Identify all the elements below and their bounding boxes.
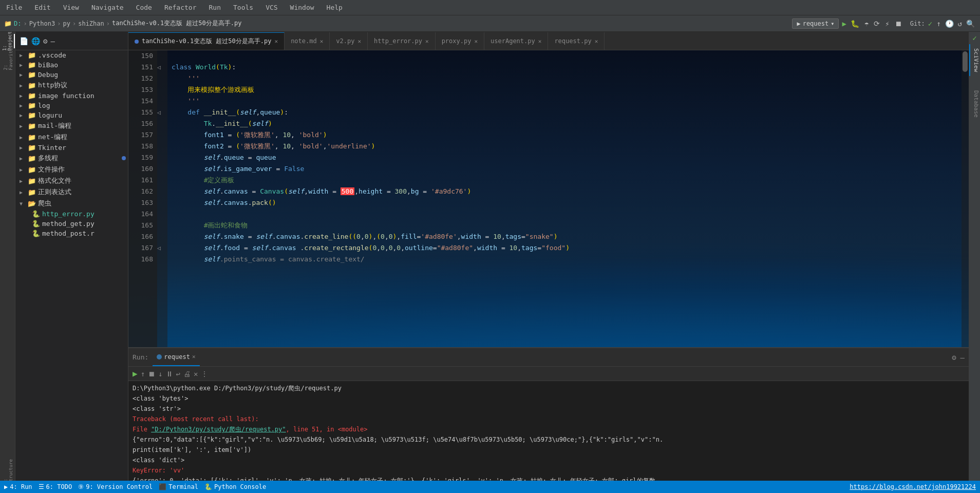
more-icon[interactable]: ⋮ xyxy=(201,370,208,378)
menu-view[interactable]: View xyxy=(61,3,81,12)
pause-icon[interactable]: ⏸ xyxy=(166,370,173,378)
new-folder-icon[interactable]: 🌐 xyxy=(31,37,40,45)
tree-item-http[interactable]: ▶ 📁 http协议 xyxy=(15,80,128,91)
arrow-icon: ▶ xyxy=(20,72,28,78)
tab-tanchishe[interactable]: tanChiShe-v0.1变态版 超过50分是高手.py ✕ xyxy=(128,32,285,50)
git-label: Git: xyxy=(910,20,925,27)
tab-v2[interactable]: v2.py ✕ xyxy=(330,32,368,50)
menu-window[interactable]: Window xyxy=(288,3,316,12)
right-tab-sciview[interactable]: SciView xyxy=(969,44,980,76)
tree-item-method-get[interactable]: 🐍 method_get.py xyxy=(15,219,128,229)
bc-python3[interactable]: Python3 xyxy=(29,20,55,27)
scroll-up-icon[interactable]: ↑ xyxy=(141,370,145,378)
code-editor[interactable]: 150 151 152 153 154 155 156 157 158 159 … xyxy=(128,50,969,347)
scrollbar[interactable] xyxy=(962,50,969,347)
bc-shizhan[interactable]: shiZhan xyxy=(78,20,104,27)
tree-item-http-error[interactable]: 🐍 http_error.py xyxy=(15,209,128,219)
todo-label: 6: TODO xyxy=(46,483,72,490)
status-version-control[interactable]: ⑨ 9: Version Control xyxy=(78,483,153,490)
minimize-icon[interactable]: — xyxy=(960,353,965,362)
menu-code[interactable]: Code xyxy=(134,3,154,12)
tab-close-icon[interactable]: ✕ xyxy=(357,38,361,45)
git-up-icon[interactable]: ↑ xyxy=(936,20,940,28)
tree-item-net[interactable]: ▶ 📁 net-编程 xyxy=(15,131,128,143)
debug-icon[interactable]: 🐛 xyxy=(851,20,859,28)
stop-icon[interactable]: ⏹ xyxy=(895,20,902,28)
editor-area: tanChiShe-v0.1变态版 超过50分是高手.py ✕ note.md … xyxy=(128,32,969,481)
status-todo[interactable]: ☰ 6: TODO xyxy=(39,483,72,490)
tab-useragent[interactable]: userAgent.py ✕ xyxy=(484,32,548,50)
code-content[interactable]: class World(Tk): ''' 用来模拟整个游戏画板 ''' def … xyxy=(167,50,962,347)
status-url[interactable]: https://blog.csdn.net/john19921224 xyxy=(850,483,976,490)
coverage-icon[interactable]: ☂ xyxy=(864,20,869,28)
menu-vcs[interactable]: VCS xyxy=(263,3,279,12)
tab-close-icon[interactable]: ✕ xyxy=(275,38,278,45)
menu-navigate[interactable]: Navigate xyxy=(89,3,126,12)
arrow-icon: ▶ xyxy=(20,156,28,161)
tree-label: .vscode xyxy=(38,51,66,59)
tab-http-error[interactable]: http_error.py ✕ xyxy=(368,32,436,50)
play-button[interactable]: ▶ xyxy=(842,20,846,28)
tree-item-log[interactable]: ▶ 📁 log xyxy=(15,101,128,110)
tree-item-files[interactable]: ▶ 📁 文件操作 xyxy=(15,164,128,175)
tab-proxy[interactable]: proxy.py ✕ xyxy=(436,32,484,50)
bc-file[interactable]: tanChiShe-v0.1变态版 超过50分是高手.py xyxy=(112,19,242,28)
menu-file[interactable]: File xyxy=(4,3,24,12)
status-terminal[interactable]: ⬛ Terminal xyxy=(159,483,198,490)
git-history-icon[interactable]: 🕐 xyxy=(945,20,954,28)
run-active-tab[interactable]: request ✕ xyxy=(153,349,199,366)
menu-tools[interactable]: Tools xyxy=(231,3,255,12)
tree-item-debug[interactable]: ▶ 📁 Debug xyxy=(15,70,128,80)
settings-icon[interactable]: ⚙ xyxy=(952,353,956,362)
file-link[interactable]: "D:/Python3/py/study/爬虫/request.py" xyxy=(151,426,286,433)
scroll-down-icon[interactable]: ↓ xyxy=(158,370,162,378)
tab-close-icon[interactable]: ✕ xyxy=(538,38,542,45)
tree-item-vscode[interactable]: ▶ 📁 .vscode xyxy=(15,50,128,60)
right-tab-database[interactable]: Database xyxy=(969,86,980,122)
build-icon[interactable]: ⚡ xyxy=(885,20,889,28)
tab-note[interactable]: note.md ✕ xyxy=(285,32,330,50)
wrap-icon[interactable]: ↩ xyxy=(176,370,180,378)
bc-py[interactable]: py xyxy=(63,20,70,27)
menu-edit[interactable]: Edit xyxy=(32,3,52,12)
stop-run-icon[interactable]: ⏹ xyxy=(148,370,155,378)
search-icon[interactable]: 🔍 xyxy=(966,20,975,28)
tree-item-image-function[interactable]: ▶ 📁 image function xyxy=(15,91,128,101)
collapse-icon[interactable]: — xyxy=(50,37,54,45)
tab-close-icon[interactable]: ✕ xyxy=(595,38,598,45)
tab-label: tanChiShe-v0.1变态版 超过50分是高手.py xyxy=(142,37,272,46)
tree-label: Tkinter xyxy=(38,144,66,151)
git-revert-icon[interactable]: ↺ xyxy=(958,20,962,28)
status-run[interactable]: ▶ 4: Run xyxy=(4,483,32,490)
tree-item-regex[interactable]: ▶ 📁 正则表达式 xyxy=(15,186,128,198)
tree-item-spider[interactable]: ▼ 📂 爬虫 xyxy=(15,198,128,209)
run-tab-close-icon[interactable]: ✕ xyxy=(192,353,196,360)
bc-d[interactable]: D: xyxy=(14,20,21,27)
settings-icon[interactable]: ⚙ xyxy=(43,37,47,45)
tab-close-icon[interactable]: ✕ xyxy=(474,38,478,45)
menu-run[interactable]: Run xyxy=(207,3,223,12)
favorites-activity-icon[interactable]: 2: Favorites xyxy=(1,50,15,65)
tree-item-tkinter[interactable]: ▶ 📁 Tkinter xyxy=(15,143,128,153)
close-bottom-icon[interactable]: ✕ xyxy=(194,370,198,378)
profile-icon[interactable]: ⟳ xyxy=(874,20,880,28)
structure-activity-icon[interactable]: 7: Structure xyxy=(1,464,15,479)
menu-refactor[interactable]: Refactor xyxy=(162,3,199,12)
tab-close-icon[interactable]: ✕ xyxy=(320,38,324,45)
tree-item-loguru[interactable]: ▶ 📁 loguru xyxy=(15,110,128,120)
status-python-console[interactable]: 🐍 Python Console xyxy=(204,483,266,490)
tree-item-threads[interactable]: ▶ 📁 多线程 xyxy=(15,153,128,164)
menu-help[interactable]: Help xyxy=(325,3,345,12)
tree-item-format[interactable]: ▶ 📁 格式化文件 xyxy=(15,175,128,186)
git-check-icon[interactable]: ✓ xyxy=(928,20,932,28)
new-file-icon[interactable]: 📄 xyxy=(20,37,28,45)
tab-close-icon[interactable]: ✕ xyxy=(425,38,429,45)
tree-item-method-post[interactable]: 🐍 method_post.r xyxy=(15,229,128,238)
run-play-icon[interactable]: ▶ xyxy=(133,369,138,378)
code-line-154: ''' xyxy=(172,96,957,107)
run-config-dropdown[interactable]: ▶ request ▾ xyxy=(792,18,839,29)
print-icon[interactable]: 🖨 xyxy=(183,370,191,378)
tree-item-mail[interactable]: ▶ 📁 mail-编程 xyxy=(15,120,128,131)
tab-request[interactable]: request.py ✕ xyxy=(548,32,605,50)
tree-item-bibao[interactable]: ▶ 📁 biBao xyxy=(15,60,128,70)
